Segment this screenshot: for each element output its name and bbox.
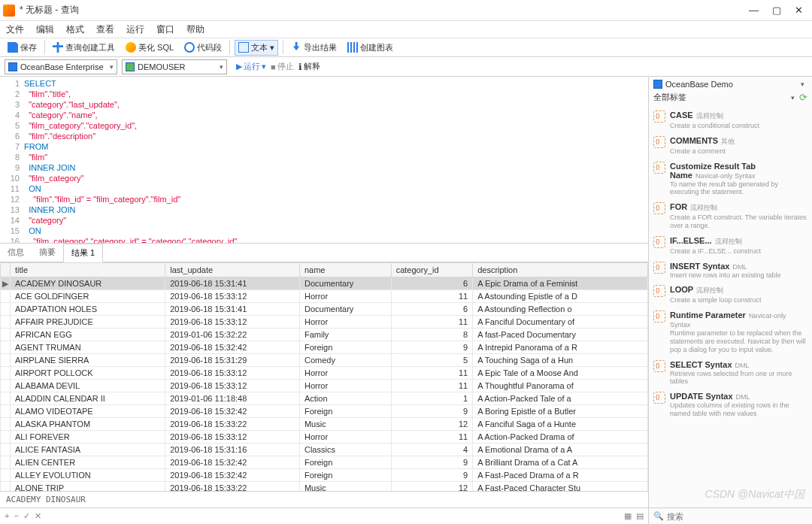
tab-summary[interactable]: 摘要 xyxy=(32,244,63,262)
menubar: 文件编辑格式查看运行窗口帮助 xyxy=(0,21,812,38)
titlebar: * 无标题 - 查询 — ▢ ✕ xyxy=(0,0,812,21)
menu-查看[interactable]: 查看 xyxy=(96,23,114,36)
tab-result-1[interactable]: 结果 1 xyxy=(63,244,103,262)
toolbar: 保存 查询创建工具 美化 SQL 代码段 文本 ▾ 导出结果 创建图表 xyxy=(0,38,812,57)
code-icon xyxy=(184,42,195,53)
explain-button[interactable]: ℹ 解释 xyxy=(298,61,320,72)
schema-combo[interactable]: DEMOUSER xyxy=(122,59,227,74)
table-row[interactable]: ALONE TRIP2019-06-18 15:33:22Music12A Fa… xyxy=(1,482,648,492)
snippet-icon xyxy=(653,136,665,148)
snippet-icon xyxy=(653,162,665,174)
menu-编辑[interactable]: 编辑 xyxy=(36,23,54,36)
table-row[interactable]: ALAMO VIDEOTAPE2019-06-18 15:32:42Foreig… xyxy=(1,405,648,418)
snippet-icon xyxy=(653,285,665,297)
chart-icon xyxy=(347,42,358,53)
db-icon xyxy=(653,80,662,89)
snippet-icon xyxy=(653,262,665,274)
run-button[interactable]: ▶ 运行 ▾ xyxy=(236,61,266,72)
snippet-icon xyxy=(653,236,665,248)
snippet-item[interactable]: LOOP流程控制Create a simple loop construct xyxy=(649,282,812,307)
snippet-icon xyxy=(653,392,665,404)
search-icon: 🔍 xyxy=(653,511,664,521)
db-icon xyxy=(8,62,17,71)
snippet-item[interactable]: Customize Result Tab NameNavicat-only Sy… xyxy=(649,159,812,200)
grid-view-icon[interactable]: ▦ xyxy=(624,511,632,521)
connection-row: OceanBase Enterprise DEMOUSER ▶ 运行 ▾ ■ 停… xyxy=(0,57,812,77)
text-icon xyxy=(238,42,249,53)
snippet-item[interactable]: UPDATE SyntaxDMLUpdates columns of exist… xyxy=(649,389,812,421)
footer-bar: + − ✓ ✕ ▦ ▤ xyxy=(0,507,648,524)
cancel-icon[interactable]: ✕ xyxy=(35,511,41,521)
hammer-icon xyxy=(53,42,63,53)
col-description[interactable]: description xyxy=(473,263,648,277)
snippet-item[interactable]: Runtime ParameterNavicat-only SyntaxRunt… xyxy=(649,307,812,356)
snippet-item[interactable]: CASE流程控制Create a conditional construct xyxy=(649,108,812,133)
table-row[interactable]: ▶ACADEMY DINOSAUR2019-06-18 15:31:41Docu… xyxy=(1,277,648,290)
menu-格式[interactable]: 格式 xyxy=(66,23,84,36)
table-row[interactable]: ALADDIN CALENDAR II2019-01-06 11:18:48Ac… xyxy=(1,392,648,405)
create-chart-button[interactable]: 创建图表 xyxy=(344,41,396,55)
beautify-sql-button[interactable]: 美化 SQL xyxy=(123,41,177,55)
table-row[interactable]: ALASKA PHANTOM2019-06-18 15:33:22Music12… xyxy=(1,418,648,431)
snippet-item[interactable]: IF...ELSE...流程控制Create a IF...ELSE... co… xyxy=(649,233,812,259)
table-row[interactable]: AIRPORT POLLOCK2019-06-18 15:33:12Horror… xyxy=(1,367,648,380)
close-button[interactable]: ✕ xyxy=(795,5,803,16)
export-result-button[interactable]: 导出结果 xyxy=(288,41,340,55)
app-icon xyxy=(3,5,15,17)
sql-editor[interactable]: 12345678910111213141516 SELECT "film"."t… xyxy=(0,77,648,244)
result-tabs: 信息 摘要 结果 1 xyxy=(0,244,648,262)
col-title[interactable]: title xyxy=(11,263,165,277)
table-row[interactable]: AGENT TRUMAN2019-06-18 15:32:42Foreign9A… xyxy=(1,341,648,354)
snippet-search-input[interactable] xyxy=(667,512,807,521)
form-view-icon[interactable]: ▤ xyxy=(636,511,644,521)
snippet-tag-combo[interactable]: 全部标签 xyxy=(653,92,798,103)
wand-icon xyxy=(126,42,136,53)
delete-row-icon[interactable]: − xyxy=(14,511,18,521)
table-row[interactable]: ADAPTATION HOLES2019-06-18 15:31:41Docum… xyxy=(1,303,648,316)
table-row[interactable]: ALLEY EVOLUTION2019-06-18 15:32:42Foreig… xyxy=(1,469,648,482)
table-row[interactable]: AFRICAN EGG2019-01-06 15:32:22Family8A f… xyxy=(1,329,648,341)
col-last_update[interactable]: last_update xyxy=(165,263,300,277)
window-title: * 无标题 - 查询 xyxy=(20,4,749,17)
menu-运行[interactable]: 运行 xyxy=(126,23,144,36)
tab-info[interactable]: 信息 xyxy=(0,244,32,262)
menu-文件[interactable]: 文件 xyxy=(6,23,24,36)
connection-combo[interactable]: OceanBase Enterprise xyxy=(5,59,117,74)
stop-button: ■ 停止 xyxy=(271,61,294,72)
minimize-button[interactable]: — xyxy=(749,5,759,16)
code-segment-button[interactable]: 代码段 xyxy=(181,41,225,55)
schema-icon xyxy=(126,62,135,71)
col-category_id[interactable]: category_id xyxy=(391,263,472,277)
status-bar: ACADEMY DINOSAUR xyxy=(0,491,648,507)
snippet-item[interactable]: SELECT SyntaxDMLRetrieve rows selected f… xyxy=(649,357,812,389)
commit-icon[interactable]: ✓ xyxy=(23,511,30,521)
snippet-icon xyxy=(653,111,665,123)
refresh-icon[interactable]: ⟳ xyxy=(799,92,807,103)
query-builder-button[interactable]: 查询创建工具 xyxy=(50,41,118,55)
table-row[interactable]: ALIEN CENTER2019-06-18 15:32:42Foreign9A… xyxy=(1,456,648,469)
maximize-button[interactable]: ▢ xyxy=(772,5,781,16)
table-row[interactable]: ALI FOREVER2019-06-18 15:33:12Horror11A … xyxy=(1,431,648,444)
snippet-icon xyxy=(653,310,665,323)
table-row[interactable]: AIRPLANE SIERRA2019-06-18 15:31:29Comedy… xyxy=(1,354,648,367)
save-button[interactable]: 保存 xyxy=(5,41,40,55)
table-row[interactable]: AFFAIR PREJUDICE2019-06-18 15:33:12Horro… xyxy=(1,316,648,329)
snippet-icon xyxy=(653,202,665,214)
snippet-conn-combo[interactable]: OceanBase Demo xyxy=(653,80,807,89)
snippet-item[interactable]: FOR流程控制Create a FOR construct. The varia… xyxy=(649,199,812,233)
table-row[interactable]: ALABAMA DEVIL2019-06-18 15:33:12Horror11… xyxy=(1,380,648,392)
save-icon xyxy=(8,42,18,53)
menu-窗口[interactable]: 窗口 xyxy=(156,23,174,36)
export-icon xyxy=(291,42,301,53)
text-mode-button[interactable]: 文本 ▾ xyxy=(235,40,278,56)
snippet-panel: OceanBase Demo 全部标签 ⟳ CASE流程控制Create a c… xyxy=(648,77,812,524)
menu-帮助[interactable]: 帮助 xyxy=(186,23,205,36)
snippet-item[interactable]: INSERT SyntaxDMLInsert new rows into an … xyxy=(649,259,812,283)
add-row-icon[interactable]: + xyxy=(5,511,9,521)
table-row[interactable]: ACE GOLDFINGER2019-06-18 15:33:12Horror1… xyxy=(1,290,648,303)
col-name[interactable]: name xyxy=(299,263,391,277)
snippet-icon xyxy=(653,360,665,372)
snippet-item[interactable]: COMMENTS其他Create a comment xyxy=(649,133,812,159)
result-grid[interactable]: titlelast_updatenamecategory_iddescripti… xyxy=(0,262,648,491)
table-row[interactable]: ALICE FANTASIA2019-06-18 15:31:16Classic… xyxy=(1,444,648,456)
